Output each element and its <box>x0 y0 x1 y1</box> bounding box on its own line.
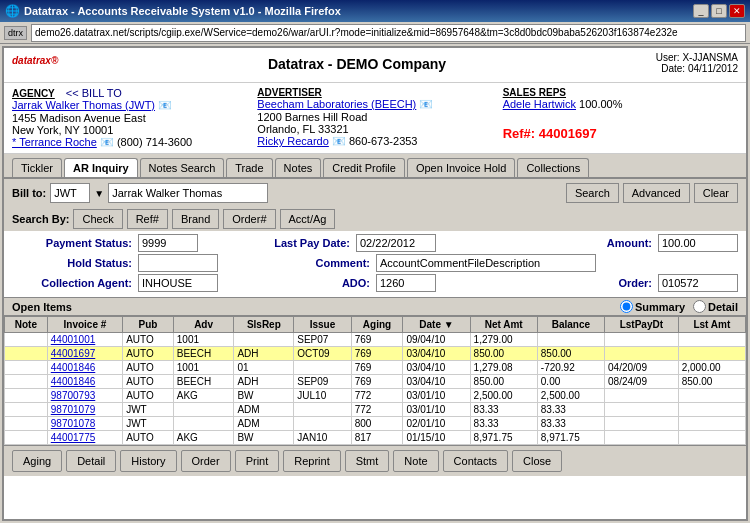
filter-ref-button[interactable]: Ref# <box>127 209 168 229</box>
address-bar: dtrx <box>0 22 750 44</box>
amount-input[interactable] <box>658 234 738 252</box>
detail-button[interactable]: Detail <box>66 450 116 472</box>
agency-section: AGENCY << BILL TO Jarrak Walker Thomas (… <box>4 83 746 154</box>
aging-button[interactable]: Aging <box>12 450 62 472</box>
form-section: Payment Status: Last Pay Date: Amount: H… <box>4 231 746 297</box>
window-titlebar: 🌐 Datatrax - Accounts Receivable System … <box>0 0 750 22</box>
tab-collections[interactable]: Collections <box>517 158 589 177</box>
contacts-button[interactable]: Contacts <box>443 450 508 472</box>
collection-agent-input[interactable] <box>138 274 218 292</box>
logo: datatrax® <box>12 52 58 78</box>
tab-tickler[interactable]: Tickler <box>12 158 62 177</box>
close-button[interactable]: ✕ <box>729 4 745 18</box>
payment-status-input[interactable] <box>138 234 198 252</box>
col-net-amt: Net Amt <box>470 317 537 333</box>
open-items-header: Open Items Summary Detail <box>4 297 746 316</box>
agency-link[interactable]: Jarrak Walker Thomas (JWT) <box>12 99 155 111</box>
col-adv: Adv <box>173 317 234 333</box>
invoice-link[interactable]: 98701078 <box>51 418 96 429</box>
stmt-button[interactable]: Stmt <box>345 450 390 472</box>
table-row: 98701079JWTADM77203/01/1083.3383.33 <box>5 403 746 417</box>
col-pub: Pub <box>123 317 174 333</box>
history-button[interactable]: History <box>120 450 176 472</box>
filter-check-button[interactable]: Check <box>73 209 122 229</box>
user-info: User: X-JJANSMA Date: 04/11/2012 <box>656 52 738 74</box>
bill-to-name-input[interactable] <box>108 183 268 203</box>
table-header-row: Note Invoice # Pub Adv SlsRep Issue Agin… <box>5 317 746 333</box>
window-controls: _ □ ✕ <box>693 4 745 18</box>
table-row: 98700793AUTOAKGBWJUL1077203/01/102,500.0… <box>5 389 746 403</box>
order-button[interactable]: Order <box>181 450 231 472</box>
minimize-button[interactable]: _ <box>693 4 709 18</box>
print-button[interactable]: Print <box>235 450 280 472</box>
tab-open-invoice-hold[interactable]: Open Invoice Hold <box>407 158 516 177</box>
last-pay-date-input[interactable] <box>356 234 436 252</box>
data-table: Note Invoice # Pub Adv SlsRep Issue Agin… <box>4 316 746 445</box>
address-input[interactable] <box>31 24 746 42</box>
invoice-link[interactable]: 44001775 <box>51 432 96 443</box>
invoice-link[interactable]: 98701079 <box>51 404 96 415</box>
search-button[interactable]: Search <box>566 183 619 203</box>
advanced-button[interactable]: Advanced <box>623 183 690 203</box>
detail-radio[interactable]: Detail <box>693 300 738 313</box>
app-header: datatrax® Datatrax - DEMO Company User: … <box>4 48 746 83</box>
filter-order-button[interactable]: Order# <box>223 209 275 229</box>
advertiser-col: ADVERTISER Beecham Laboratories (BEECH) … <box>257 87 492 149</box>
order-input[interactable] <box>658 274 738 292</box>
table-row: 44001846AUTO10010176903/04/101,279.08-72… <box>5 361 746 375</box>
window-title-text: 🌐 Datatrax - Accounts Receivable System … <box>5 4 341 18</box>
table-row: 44001775AUTOAKGBWJAN1081701/15/108,971.7… <box>5 431 746 445</box>
sales-rep-link[interactable]: Adele Hartwick <box>503 98 576 110</box>
bottom-buttons: Aging Detail History Order Print Reprint… <box>4 445 746 476</box>
col-balance: Balance <box>537 317 604 333</box>
invoice-link[interactable]: 44001001 <box>51 334 96 345</box>
company-title: Datatrax - DEMO Company <box>268 52 446 72</box>
filter-acctag-button[interactable]: Acct/Ag <box>280 209 336 229</box>
table-row: 98701078JWTADM80002/01/1083.3383.33 <box>5 417 746 431</box>
search-row: Bill to: ▼ Search Advanced Clear <box>4 179 746 207</box>
tab-notes-search[interactable]: Notes Search <box>140 158 225 177</box>
col-lstpaydt: LstPayDt <box>605 317 679 333</box>
note-button[interactable]: Note <box>393 450 438 472</box>
summary-radio[interactable]: Summary <box>620 300 685 313</box>
table-row: 44001001AUTO1001SEP0776909/04/101,279.00 <box>5 333 746 347</box>
tab-credit-profile[interactable]: Credit Profile <box>323 158 405 177</box>
advertiser-contact-link[interactable]: Ricky Recardo <box>257 135 329 147</box>
bill-to-input[interactable] <box>50 183 90 203</box>
col-lst-amt: Lst Amt <box>678 317 745 333</box>
close-button-bottom[interactable]: Close <box>512 450 562 472</box>
table-row: 44001697AUTOBEECHADHOCT0976903/04/10850.… <box>5 347 746 361</box>
payment-status-row: Payment Status: Last Pay Date: Amount: <box>12 234 738 252</box>
invoice-link[interactable]: 44001697 <box>51 348 96 359</box>
agency-col: AGENCY << BILL TO Jarrak Walker Thomas (… <box>12 87 247 149</box>
data-table-wrapper: Note Invoice # Pub Adv SlsRep Issue Agin… <box>4 316 746 445</box>
col-aging: Aging <box>351 317 403 333</box>
hold-status-input[interactable] <box>138 254 218 272</box>
filter-row: Search By: Check Ref# Brand Order# Acct/… <box>4 207 746 231</box>
table-row: 44001846AUTOBEECHADHSEP0976903/04/10850.… <box>5 375 746 389</box>
col-invoice: Invoice # <box>47 317 122 333</box>
tab-trade[interactable]: Trade <box>226 158 272 177</box>
reprint-button[interactable]: Reprint <box>283 450 340 472</box>
clear-button[interactable]: Clear <box>694 183 738 203</box>
collection-agent-row: Collection Agent: ADO: Order: <box>12 274 738 292</box>
app-window: datatrax® Datatrax - DEMO Company User: … <box>2 46 748 521</box>
invoice-link[interactable]: 98700793 <box>51 390 96 401</box>
tab-ar-inquiry[interactable]: AR Inquiry <box>64 158 138 177</box>
invoice-link[interactable]: 44001846 <box>51 362 96 373</box>
col-note: Note <box>5 317 48 333</box>
invoice-link[interactable]: 44001846 <box>51 376 96 387</box>
tab-bar: Tickler AR Inquiry Notes Search Trade No… <box>4 154 746 179</box>
agency-contact-link[interactable]: * Terrance Roche <box>12 136 97 148</box>
advertiser-link[interactable]: Beecham Laboratories (BEECH) <box>257 98 416 110</box>
radio-group: Summary Detail <box>620 300 738 313</box>
tab-notes[interactable]: Notes <box>275 158 322 177</box>
filter-brand-button[interactable]: Brand <box>172 209 219 229</box>
address-icon: dtrx <box>4 26 27 40</box>
col-issue: Issue <box>294 317 351 333</box>
maximize-button[interactable]: □ <box>711 4 727 18</box>
col-date[interactable]: Date ▼ <box>403 317 470 333</box>
comment-input[interactable] <box>376 254 596 272</box>
ado-input[interactable] <box>376 274 436 292</box>
ref-number: Ref#: 44001697 <box>503 126 597 141</box>
